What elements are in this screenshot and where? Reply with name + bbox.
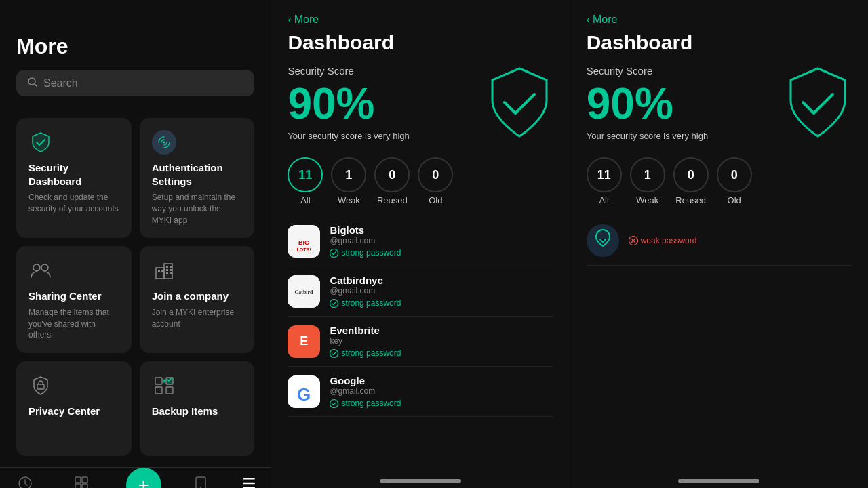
middle-back-label: More: [294, 14, 319, 26]
building-icon: [152, 258, 176, 283]
right-filter-circle-weak: 1: [630, 157, 665, 192]
right-filter-circle-reused: 0: [673, 157, 709, 192]
biglots-info: Biglots @gmail.com strong password: [330, 224, 553, 258]
svg-rect-18: [155, 387, 162, 394]
eventbrite-status: strong password: [330, 348, 553, 358]
filter-tab-weak[interactable]: 1 Weak: [331, 157, 366, 205]
svg-text:G: G: [297, 384, 311, 404]
filter-circle-old: 0: [418, 157, 453, 192]
right-filter-tab-all[interactable]: 11 All: [587, 157, 622, 205]
right-filter-label-old: Old: [728, 195, 741, 205]
svg-rect-13: [166, 272, 168, 274]
nav-categories[interactable]: Categories: [63, 475, 99, 488]
shield-score-icon-right: [784, 65, 852, 140]
svg-rect-16: [155, 378, 162, 384]
chevron-left-icon: ‹: [288, 14, 291, 26]
sharing-desc: Manage the items that you've shared with…: [28, 307, 119, 341]
right-filter-tab-weak[interactable]: 1 Weak: [630, 157, 665, 205]
grid-item-backup[interactable]: Backup Items: [140, 361, 255, 456]
left-panel: More Search Security Dashboard Check and…: [0, 0, 271, 488]
security-dashboard-title: Security Dashboard: [28, 161, 119, 188]
eventbrite-sub: key: [330, 336, 553, 346]
right-filter-tabs: 11 All 1 Weak 0 Reused 0 Old: [570, 152, 868, 216]
biglots-logo: BIG LOTS!: [288, 225, 320, 258]
add-button[interactable]: +: [126, 468, 161, 488]
fingerprint-icon: [152, 130, 176, 155]
search-placeholder: Search: [43, 77, 78, 89]
nav-recent[interactable]: Recent: [14, 475, 37, 488]
svg-rect-15: [37, 384, 44, 389]
svg-rect-28: [243, 483, 255, 485]
filter-label-old: Old: [429, 195, 442, 205]
privacy-title: Privacy Center: [28, 405, 119, 418]
svg-point-3: [33, 264, 40, 271]
right-score-value: 90%: [587, 82, 708, 125]
right-back-link[interactable]: ‹ More: [587, 14, 852, 26]
google-logo: G: [288, 375, 320, 408]
account-item-biglots[interactable]: BIG LOTS! Biglots @gmail.com strong pass…: [288, 216, 553, 266]
filter-label-reused: Reused: [377, 195, 408, 205]
search-bar[interactable]: Search: [16, 70, 254, 96]
svg-point-4: [41, 264, 48, 271]
myki-info: weak password: [629, 236, 852, 245]
grid-item-sharing[interactable]: Sharing Center Manage the items that you…: [16, 246, 132, 353]
biglots-email: @gmail.com: [330, 236, 553, 245]
right-filter-tab-old[interactable]: 0 Old: [717, 157, 752, 205]
middle-header: ‹ More Dashboard: [271, 0, 569, 65]
security-dashboard-desc: Check and update the security of your ac…: [28, 192, 119, 215]
svg-rect-24: [82, 484, 87, 488]
catbird-info: Catbirdnyc @gmail.com strong password: [330, 274, 553, 308]
account-item-catbird[interactable]: Catbird Catbirdnyc @gmail.com strong pas…: [288, 266, 553, 317]
nav-more[interactable]: More: [241, 475, 258, 488]
right-filter-tab-reused[interactable]: 0 Reused: [673, 157, 709, 205]
svg-rect-25: [196, 477, 205, 488]
account-item-eventbrite[interactable]: E Eventbrite key strong password: [288, 317, 553, 367]
svg-rect-8: [161, 270, 163, 272]
account-item-google[interactable]: G Google @gmail.com strong password: [288, 367, 553, 417]
right-filter-label-all: All: [599, 195, 608, 205]
svg-text:LOTS!: LOTS!: [297, 247, 311, 252]
right-back-label: More: [593, 14, 617, 26]
chevron-left-icon-right: ‹: [587, 14, 590, 26]
middle-panel: ‹ More Dashboard Security Score 90% Your…: [271, 0, 569, 488]
filter-label-all: All: [300, 195, 310, 205]
biglots-name: Biglots: [330, 224, 553, 236]
biglots-status: strong password: [330, 248, 553, 258]
eventbrite-logo: E: [288, 325, 320, 358]
middle-back-link[interactable]: ‹ More: [288, 14, 553, 26]
eventbrite-name: Eventbrite: [330, 325, 553, 336]
svg-rect-7: [158, 270, 160, 272]
grid-icon: [73, 475, 90, 488]
middle-account-list: BIG LOTS! Biglots @gmail.com strong pass…: [271, 216, 569, 471]
catbird-email: @gmail.com: [330, 286, 553, 296]
myki-status: weak password: [629, 236, 852, 245]
backup-icon: [152, 373, 176, 398]
company-desc: Join a MYKI enterprise account: [152, 307, 243, 330]
svg-text:Catbird: Catbird: [295, 289, 314, 296]
right-filter-circle-old: 0: [717, 157, 752, 192]
svg-rect-9: [166, 266, 168, 268]
filter-tab-reused[interactable]: 0 Reused: [374, 157, 410, 205]
catbird-name: Catbirdnyc: [330, 274, 553, 286]
nav-devices[interactable]: Devices: [188, 475, 214, 488]
right-panel: ‹ More Dashboard Security Score 90% Your…: [570, 0, 868, 488]
filter-tab-old[interactable]: 0 Old: [418, 157, 453, 205]
grid-item-authentication[interactable]: Authentication Settings Setup and mainta…: [140, 118, 255, 238]
people-icon: [28, 258, 53, 283]
right-filter-label-weak: Weak: [636, 195, 658, 205]
right-bottom-bar: [678, 479, 760, 483]
grid-item-privacy[interactable]: Privacy Center: [16, 361, 132, 456]
grid-item-company[interactable]: Join a company Join a MYKI enterprise ac…: [140, 246, 255, 353]
myki-logo: [587, 224, 619, 257]
account-item-myki[interactable]: weak password: [587, 216, 852, 266]
right-filter-circle-all: 11: [587, 157, 622, 192]
filter-tab-all[interactable]: 11 All: [288, 157, 323, 205]
menu-grid: Security Dashboard Check and update the …: [0, 107, 271, 467]
left-header: More Search: [0, 0, 271, 107]
svg-rect-12: [170, 269, 172, 271]
svg-rect-23: [75, 484, 81, 488]
authentication-title: Authentication Settings: [152, 161, 243, 188]
google-info: Google @gmail.com strong password: [330, 375, 553, 408]
svg-rect-22: [82, 477, 87, 483]
grid-item-security-dashboard[interactable]: Security Dashboard Check and update the …: [16, 118, 132, 238]
